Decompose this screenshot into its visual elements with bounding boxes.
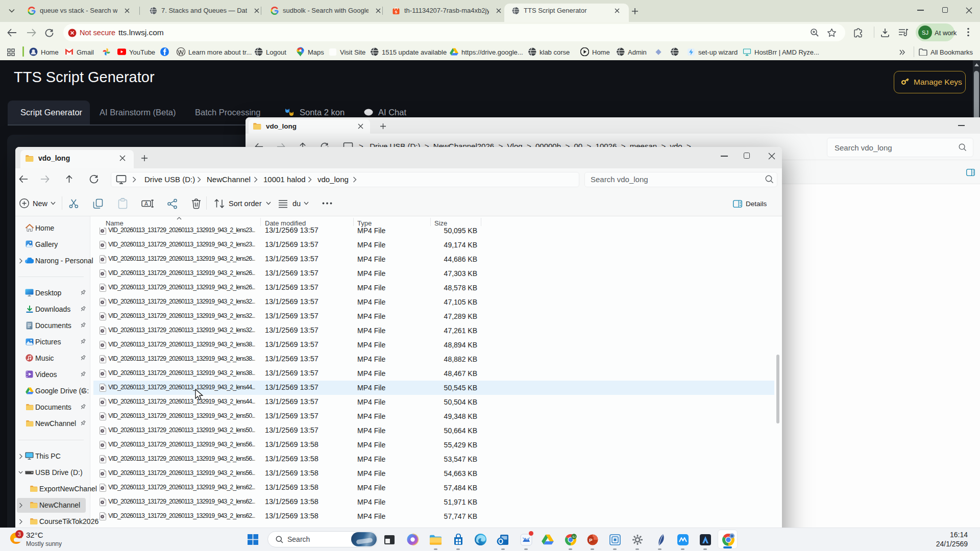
svg-text:A: A bbox=[144, 201, 148, 207]
svg-text:S: S bbox=[395, 9, 397, 14]
svg-text:P: P bbox=[589, 537, 593, 543]
svg-text:SJ: SJ bbox=[572, 535, 576, 538]
